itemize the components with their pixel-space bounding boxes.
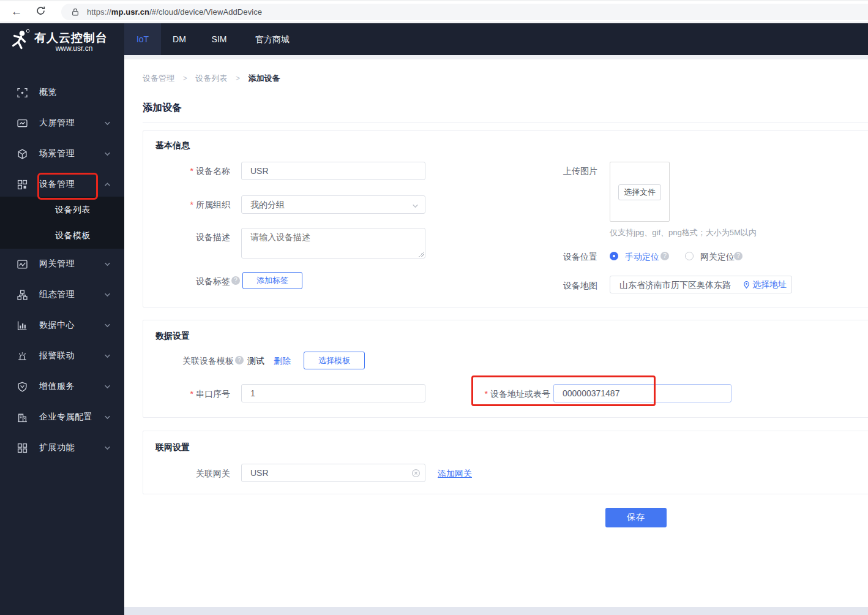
device-submenu: 设备列表 设备模板 [0, 197, 124, 249]
device-description-input[interactable] [241, 228, 425, 258]
choose-template-button[interactable]: 选择模板 [304, 352, 365, 369]
topology-icon [17, 290, 28, 300]
gateway-icon [17, 259, 28, 270]
breadcrumb-separator: > [183, 74, 187, 83]
choose-address-link[interactable]: 选择地址 [743, 279, 787, 290]
gateway-location-help-icon[interactable]: ? [734, 252, 743, 260]
linked-template-help-icon[interactable]: ? [235, 356, 244, 364]
app-window: ← https://mp.usr.cn/#/cloud/device/ViewA… [0, 0, 868, 615]
chevron-down-icon [104, 120, 111, 127]
tab-official-mall[interactable]: 官方商城 [242, 23, 303, 55]
device-address-input[interactable] [553, 384, 731, 402]
title-divider [143, 122, 868, 123]
chevron-down-icon [104, 322, 111, 329]
enterprise-icon [17, 412, 28, 423]
sidebar-item-datacenter[interactable]: 数据中心 [0, 310, 124, 341]
device-location-label: 设备位置 [511, 252, 597, 263]
device-tags-help-icon[interactable]: ? [231, 276, 240, 285]
device-map-field: 山东省济南市历下区奥体东路 选择地址 [610, 276, 792, 293]
lock-icon [71, 7, 80, 17]
device-map-value: 山东省济南市历下区奥体东路 [619, 280, 731, 291]
tab-iot[interactable]: IoT [124, 23, 161, 55]
address-bar[interactable]: https://mp.usr.cn/#/cloud/device/ViewAdd… [61, 4, 868, 20]
sidebar-item-enterprise[interactable]: 企业专属配置 [0, 402, 124, 432]
value-service-icon [17, 382, 28, 392]
sidebar-item-device-template[interactable]: 设备模板 [0, 222, 124, 248]
organization-label: *所属组织 [143, 200, 230, 211]
chevron-down-icon [104, 353, 111, 360]
datacenter-icon [17, 320, 28, 331]
url-text: https://mp.usr.cn/#/cloud/device/ViewAdd… [87, 7, 262, 17]
content-top-gap [124, 55, 868, 59]
linked-template-label: 关联设备模板 [143, 356, 234, 367]
sidebar-item-extension[interactable]: 扩展功能 [0, 432, 124, 463]
chevron-up-icon [104, 181, 111, 188]
alarm-icon [17, 351, 28, 361]
tab-sim[interactable]: SIM [200, 23, 238, 55]
network-settings-title: 联网设置 [155, 442, 190, 453]
location-pin-icon [743, 281, 750, 289]
manual-location-radio[interactable] [610, 252, 618, 260]
chevron-down-icon [104, 414, 111, 421]
sidebar-item-device[interactable]: 设备管理 [0, 169, 124, 200]
sidebar-item-topology[interactable]: 组态管理 [0, 279, 124, 310]
breadcrumb-separator: > [236, 74, 240, 83]
sidebar-item-gateway[interactable]: 网关管理 [0, 249, 124, 279]
organization-select[interactable]: 我的分组 [241, 195, 425, 214]
sidebar-item-alarm[interactable]: 报警联动 [0, 341, 124, 371]
manual-location-radio-label[interactable]: 手动定位 [625, 252, 659, 263]
breadcrumb-device-management[interactable]: 设备管理 [143, 74, 174, 83]
delete-template-link[interactable]: 删除 [274, 356, 291, 367]
upload-dropzone[interactable]: 选择文件 [610, 162, 670, 222]
page-title: 添加设备 [143, 102, 182, 115]
scene-icon [17, 149, 28, 159]
sidebar-item-value-service[interactable]: 增值服务 [0, 371, 124, 402]
upload-image-label: 上传图片 [511, 166, 597, 177]
add-tag-button[interactable]: 添加标签 [242, 272, 302, 289]
bigscreen-icon [17, 118, 28, 129]
serial-number-input[interactable] [241, 384, 425, 402]
choose-file-button[interactable]: 选择文件 [618, 184, 661, 200]
gateway-location-radio[interactable] [685, 252, 694, 260]
reload-icon [36, 6, 46, 16]
browser-toolbar: ← https://mp.usr.cn/#/cloud/device/ViewA… [0, 0, 868, 23]
content-bottom-gap [124, 607, 868, 615]
linked-gateway-input[interactable] [241, 464, 425, 482]
sidebar-item-overview[interactable]: 概览 [0, 77, 124, 108]
tab-dm[interactable]: DM [162, 23, 196, 55]
breadcrumb-add-device: 添加设备 [249, 74, 280, 83]
sidebar-item-bigscreen[interactable]: 大屏管理 [0, 108, 124, 138]
breadcrumb-device-list[interactable]: 设备列表 [195, 74, 227, 83]
network-settings-card: 联网设置 关联网关 添加网关 [143, 431, 868, 494]
brand-logo[interactable]: 有人云控制台 www.usr.cn [0, 27, 124, 56]
top-navigation: IoT DM SIM 官方商城 [124, 23, 868, 55]
sidebar: 有人云控制台 www.usr.cn 概览 大屏管理 [0, 23, 124, 615]
device-name-label: *设备名称 [143, 166, 230, 177]
clear-gateway-icon[interactable] [411, 469, 421, 478]
chevron-down-icon [104, 445, 111, 451]
device-map-label: 设备地图 [511, 281, 597, 292]
data-settings-title: 数据设置 [155, 331, 190, 342]
chevron-down-icon [104, 151, 111, 157]
serial-number-label: *串口序号 [143, 389, 230, 400]
breadcrumb: 设备管理 > 设备列表 > 添加设备 [143, 73, 280, 84]
chevron-down-icon [104, 261, 111, 268]
basic-info-card: 基本信息 *设备名称 *所属组织 我的分组 设备描述 设备标签 ? 添加标签 上… [143, 130, 868, 308]
manual-location-help-icon[interactable]: ? [660, 252, 669, 260]
device-icon [17, 179, 28, 190]
browser-reload-button[interactable] [36, 6, 51, 21]
chevron-down-icon [104, 292, 111, 298]
linked-gateway-label: 关联网关 [143, 469, 230, 480]
chevron-down-icon [412, 203, 419, 209]
save-button[interactable]: 保存 [605, 508, 667, 527]
sidebar-item-scene[interactable]: 场景管理 [0, 138, 124, 169]
usr-runner-logo-icon [9, 29, 31, 52]
device-name-input[interactable] [241, 162, 425, 180]
add-gateway-link[interactable]: 添加网关 [438, 469, 472, 480]
sidebar-item-device-list[interactable]: 设备列表 [0, 197, 124, 222]
browser-back-button[interactable]: ← [9, 4, 24, 20]
brand-site: www.usr.cn [34, 44, 114, 53]
linked-template-name: 测试 [247, 356, 264, 367]
gateway-location-radio-label[interactable]: 网关定位 [700, 252, 735, 263]
device-address-label: *设备地址或表号 [472, 389, 550, 400]
